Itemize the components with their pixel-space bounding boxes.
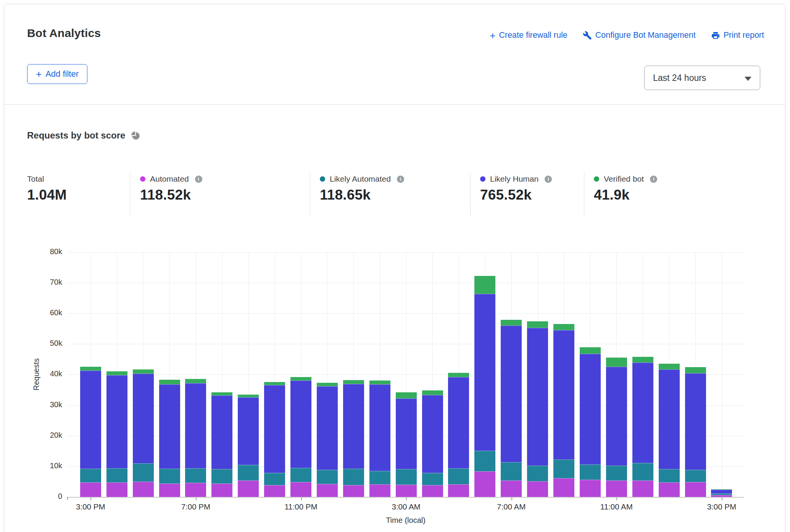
bar-segment-likely-automated: [290, 468, 311, 482]
x-tick-label: 11:00 PM: [271, 502, 332, 511]
bar-segment-verified-bot: [80, 367, 101, 371]
bar-column[interactable]: [448, 373, 469, 497]
bar-column[interactable]: [501, 320, 522, 497]
x-tick: [406, 498, 407, 500]
bar-segment-automated: [711, 495, 732, 497]
requests-stacked-bar-chart: 010k20k30k40k50k60k70k80k3:00 PM7:00 PM1…: [0, 0, 790, 532]
bot-analytics-page: Bot Analytics + Create firewall rule Con…: [0, 0, 790, 532]
bar-segment-verified-bot: [369, 380, 390, 384]
bar-segment-likely-human: [264, 385, 285, 472]
bar-segment-likely-automated: [632, 463, 653, 481]
bar-segment-automated: [133, 482, 154, 497]
x-tick: [301, 498, 302, 500]
bar-column[interactable]: [106, 371, 127, 497]
bar-segment-automated: [659, 482, 680, 497]
bar-segment-verified-bot: [317, 383, 338, 386]
y-axis-title: Requests: [32, 358, 41, 391]
y-tick-label: 0: [39, 492, 62, 501]
bar-segment-likely-human: [238, 397, 259, 465]
bar-column[interactable]: [133, 369, 154, 497]
x-tick: [90, 498, 91, 500]
bar-segment-likely-human: [133, 374, 154, 463]
bar-column[interactable]: [80, 367, 101, 497]
bar-segment-verified-bot: [580, 347, 601, 354]
bar-segment-verified-bot: [501, 320, 522, 326]
bar-segment-likely-automated: [343, 469, 364, 485]
bar-segment-likely-automated: [685, 470, 706, 482]
bar-segment-automated: [396, 485, 417, 497]
bar-column[interactable]: [238, 395, 259, 497]
bar-segment-likely-human: [711, 490, 732, 493]
bar-segment-likely-automated: [133, 463, 154, 482]
bar-column[interactable]: [606, 358, 627, 497]
bar-segment-automated: [448, 484, 469, 497]
bar-column[interactable]: [422, 390, 443, 497]
bar-column[interactable]: [369, 380, 390, 497]
bar-column[interactable]: [711, 489, 732, 497]
v-gridline: [722, 252, 722, 497]
bar-column[interactable]: [580, 347, 601, 497]
bar-segment-likely-human: [369, 384, 390, 471]
bar-segment-verified-bot: [474, 276, 495, 294]
bar-column[interactable]: [211, 392, 232, 497]
bar-segment-likely-human: [80, 371, 101, 469]
bar-segment-likely-human: [290, 380, 311, 468]
bar-segment-likely-human: [580, 354, 601, 464]
y-tick-label: 20k: [39, 431, 62, 440]
bar-segment-verified-bot: [343, 380, 364, 384]
bar-segment-likely-automated: [501, 462, 522, 480]
bar-segment-automated: [343, 485, 364, 497]
x-tick-label: 3:00 AM: [376, 502, 437, 511]
bar-segment-likely-automated: [606, 466, 627, 480]
bar-segment-automated: [553, 478, 574, 497]
bar-segment-likely-human: [159, 384, 180, 469]
bar-segment-likely-automated: [553, 459, 574, 478]
bar-segment-likely-automated: [422, 473, 443, 485]
bar-segment-likely-automated: [80, 469, 101, 482]
bar-segment-verified-bot: [396, 392, 417, 398]
bar-segment-verified-bot: [422, 390, 443, 395]
bar-column[interactable]: [396, 392, 417, 497]
bar-segment-verified-bot: [632, 357, 653, 363]
x-axis-line: [67, 497, 744, 498]
bar-segment-automated: [80, 482, 101, 497]
bar-segment-likely-human: [448, 377, 469, 469]
bar-column[interactable]: [685, 367, 706, 497]
bar-column[interactable]: [159, 380, 180, 497]
bar-segment-automated: [211, 484, 232, 497]
bar-segment-automated: [632, 480, 653, 497]
bar-column[interactable]: [264, 382, 285, 497]
bar-segment-likely-human: [501, 326, 522, 462]
bar-column[interactable]: [317, 383, 338, 497]
bar-segment-likely-human: [606, 367, 627, 466]
bar-segment-automated: [527, 481, 548, 497]
bar-segment-automated: [580, 480, 601, 497]
x-tick-label: 7:00 PM: [165, 502, 226, 511]
bar-column[interactable]: [527, 321, 548, 497]
bar-column[interactable]: [553, 324, 574, 497]
bar-column[interactable]: [185, 379, 206, 497]
bar-segment-likely-automated: [448, 468, 469, 484]
bar-column[interactable]: [343, 380, 364, 497]
bar-column[interactable]: [632, 357, 653, 497]
bar-segment-automated: [685, 482, 706, 497]
bar-segment-verified-bot: [659, 364, 680, 369]
x-tick: [511, 498, 512, 500]
bar-segment-automated: [159, 484, 180, 497]
bar-segment-verified-bot: [606, 358, 627, 367]
bar-segment-likely-automated: [369, 471, 390, 484]
bar-segment-likely-automated: [238, 465, 259, 481]
bar-segment-verified-bot: [685, 367, 706, 373]
bar-segment-likely-human: [685, 373, 706, 470]
bar-segment-automated: [606, 480, 627, 497]
bar-segment-likely-human: [396, 398, 417, 469]
y-tick-label: 50k: [39, 339, 62, 348]
bar-segment-automated: [290, 482, 311, 497]
bar-column[interactable]: [474, 276, 495, 497]
y-tick-label: 10k: [39, 461, 62, 470]
bar-segment-verified-bot: [448, 373, 469, 377]
bar-segment-likely-human: [553, 330, 574, 459]
bar-column[interactable]: [290, 377, 311, 497]
bar-column[interactable]: [659, 364, 680, 497]
bar-segment-likely-human: [106, 375, 127, 468]
